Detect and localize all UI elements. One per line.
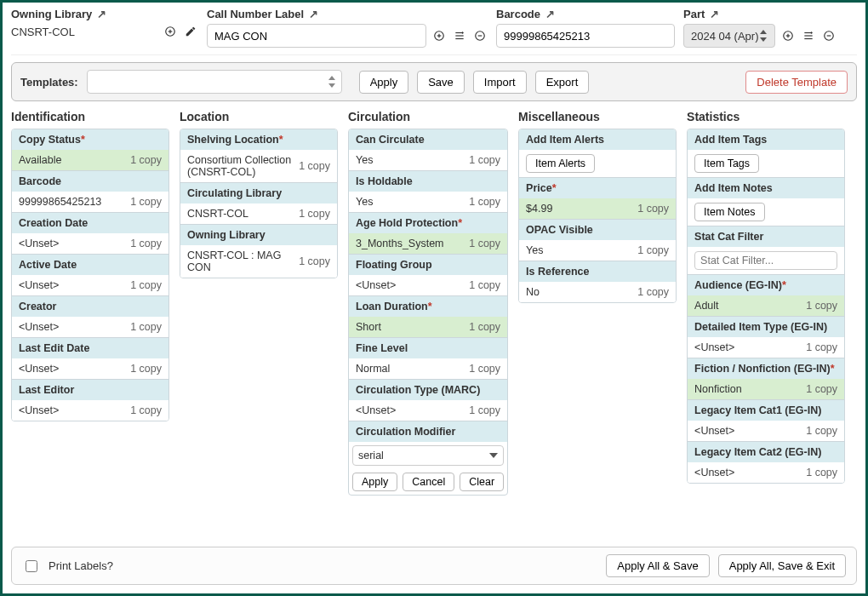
- owning-library-header[interactable]: Owning Library: [180, 225, 337, 245]
- creation-date-header[interactable]: Creation Date: [12, 213, 168, 233]
- save-template-button[interactable]: Save: [417, 71, 465, 94]
- fiction-nonfiction-header[interactable]: Fiction / Nonfiction (EG-IN)*: [688, 358, 844, 379]
- legacy-cat1-value[interactable]: <Unset>1 copy: [688, 421, 844, 441]
- is-reference-header[interactable]: Is Reference: [519, 261, 676, 282]
- part-select[interactable]: 2024 04 (Apr): [683, 24, 775, 48]
- remove-icon[interactable]: [821, 28, 837, 43]
- circ-type-header[interactable]: Circulation Type (MARC): [349, 380, 507, 400]
- circ-mod-cancel-button[interactable]: Cancel: [403, 473, 454, 491]
- apply-all-save-button[interactable]: Apply All & Save: [606, 554, 709, 577]
- barcode-label: Barcode ↗: [496, 8, 675, 20]
- stat-cat-filter-input[interactable]: [694, 251, 837, 270]
- miscellaneous-title: Miscellaneous: [518, 110, 677, 123]
- circ-mod-apply-button[interactable]: Apply: [352, 473, 397, 491]
- svg-marker-13: [760, 37, 767, 42]
- settings-icon[interactable]: [801, 28, 816, 43]
- print-labels-label: Print Labels?: [49, 559, 113, 572]
- last-editor-value[interactable]: <Unset>1 copy: [12, 400, 168, 421]
- fiction-nonfiction-value[interactable]: Nonfiction1 copy: [688, 379, 844, 399]
- floating-group-header[interactable]: Floating Group: [349, 255, 507, 275]
- price-header[interactable]: Price*: [519, 178, 676, 198]
- floating-group-value[interactable]: <Unset>1 copy: [349, 275, 507, 295]
- barcode-value-row[interactable]: 999998654252131 copy: [12, 192, 168, 212]
- can-circulate-value[interactable]: Yes1 copy: [349, 150, 507, 170]
- legacy-cat1-header[interactable]: Legacy Item Cat1 (EG-IN): [688, 400, 844, 421]
- add-icon[interactable]: [431, 28, 447, 43]
- apply-all-save-exit-button[interactable]: Apply All, Save & Exit: [718, 554, 846, 577]
- audience-value[interactable]: Adult1 copy: [688, 295, 844, 316]
- owning-library-label: Owning Library ↗: [11, 8, 198, 20]
- stat-cat-filter-header[interactable]: Stat Cat Filter: [688, 226, 844, 247]
- copy-status-value[interactable]: Available1 copy: [12, 150, 168, 170]
- statistics-column: Statistics Add Item Tags Item Tags Add I…: [687, 110, 845, 540]
- circulation-title: Circulation: [348, 110, 508, 123]
- opac-visible-header[interactable]: OPAC Visible: [519, 220, 676, 240]
- last-editor-header[interactable]: Last Editor: [12, 380, 168, 400]
- add-item-tags-header[interactable]: Add Item Tags: [688, 129, 844, 150]
- loan-duration-value[interactable]: Short1 copy: [349, 317, 507, 337]
- opac-visible-value[interactable]: Yes1 copy: [519, 240, 676, 261]
- owning-library-value-row[interactable]: CNSRT-COL : MAG CON1 copy: [180, 245, 337, 278]
- creator-value[interactable]: <Unset>1 copy: [12, 317, 168, 337]
- shelving-location-header[interactable]: Shelving Location*: [180, 129, 337, 150]
- identification-column: Identification Copy Status* Available1 c…: [11, 110, 169, 540]
- templates-select[interactable]: [87, 70, 342, 94]
- creator-header[interactable]: Creator: [12, 296, 168, 317]
- updown-icon: [759, 30, 768, 42]
- fine-level-header[interactable]: Fine Level: [349, 338, 507, 358]
- age-hold-header[interactable]: Age Hold Protection*: [349, 213, 507, 233]
- edit-icon[interactable]: [183, 24, 198, 39]
- part-col: Part ↗ 2024 04 (Apr): [683, 8, 857, 48]
- call-number-col: Call Number Label ↗: [207, 8, 488, 48]
- identification-title: Identification: [11, 110, 169, 123]
- is-reference-value[interactable]: No1 copy: [519, 282, 676, 302]
- circ-mod-clear-button[interactable]: Clear: [460, 473, 504, 491]
- loan-duration-header[interactable]: Loan Duration*: [349, 296, 507, 317]
- svg-marker-12: [760, 30, 767, 34]
- call-number-label: Call Number Label ↗: [207, 8, 488, 20]
- last-edit-date-header[interactable]: Last Edit Date: [12, 338, 168, 358]
- detailed-item-type-value[interactable]: <Unset>1 copy: [688, 337, 844, 358]
- circ-type-value[interactable]: <Unset>1 copy: [349, 400, 507, 421]
- add-item-notes-header[interactable]: Add Item Notes: [688, 178, 844, 198]
- price-value[interactable]: $4.991 copy: [519, 198, 676, 219]
- can-circulate-header[interactable]: Can Circulate: [349, 129, 507, 150]
- updown-icon: [328, 76, 336, 88]
- circulating-library-value[interactable]: CNSRT-COL1 copy: [180, 203, 337, 224]
- audience-header[interactable]: Audience (EG-IN)*: [688, 275, 844, 295]
- is-holdable-header[interactable]: Is Holdable: [349, 171, 507, 192]
- is-holdable-value[interactable]: Yes1 copy: [349, 192, 507, 212]
- detailed-item-type-header[interactable]: Detailed Item Type (EG-IN): [688, 317, 844, 337]
- circ-modifier-select[interactable]: serial: [352, 445, 504, 466]
- age-hold-value[interactable]: 3_Months_System1 copy: [349, 233, 507, 254]
- item-alerts-button[interactable]: Item Alerts: [526, 154, 595, 173]
- item-notes-button[interactable]: Item Notes: [694, 203, 764, 221]
- active-date-value[interactable]: <Unset>1 copy: [12, 275, 168, 295]
- apply-template-button[interactable]: Apply: [359, 71, 409, 94]
- item-tags-button[interactable]: Item Tags: [694, 154, 759, 173]
- add-item-alerts-header[interactable]: Add Item Alerts: [519, 129, 676, 150]
- barcode-header[interactable]: Barcode: [12, 171, 168, 192]
- legacy-cat2-value[interactable]: <Unset>1 copy: [688, 462, 844, 483]
- active-date-header[interactable]: Active Date: [12, 255, 168, 275]
- delete-template-button[interactable]: Delete Template: [745, 71, 848, 94]
- export-template-button[interactable]: Export: [535, 71, 590, 94]
- call-number-input[interactable]: [207, 24, 426, 48]
- creation-date-value[interactable]: <Unset>1 copy: [12, 233, 168, 254]
- last-edit-date-value[interactable]: <Unset>1 copy: [12, 358, 168, 379]
- remove-icon[interactable]: [472, 28, 488, 43]
- add-icon[interactable]: [163, 24, 178, 39]
- import-template-button[interactable]: Import: [473, 71, 527, 94]
- circ-modifier-header[interactable]: Circulation Modifier: [349, 421, 507, 442]
- legacy-cat2-header[interactable]: Legacy Item Cat2 (EG-IN): [688, 442, 844, 462]
- barcode-input[interactable]: [496, 24, 675, 48]
- print-labels-checkbox[interactable]: [26, 560, 37, 572]
- stat-cat-filter-row: [688, 247, 844, 274]
- copy-status-header[interactable]: Copy Status*: [12, 129, 168, 150]
- barcode-col: Barcode ↗: [496, 8, 675, 48]
- circulating-library-header[interactable]: Circulating Library: [180, 183, 337, 203]
- fine-level-value[interactable]: Normal1 copy: [349, 358, 507, 379]
- shelving-location-value[interactable]: Consortium Collection (CNSRT-COL)1 copy: [180, 150, 337, 182]
- settings-icon[interactable]: [452, 28, 467, 43]
- add-icon[interactable]: [780, 28, 796, 43]
